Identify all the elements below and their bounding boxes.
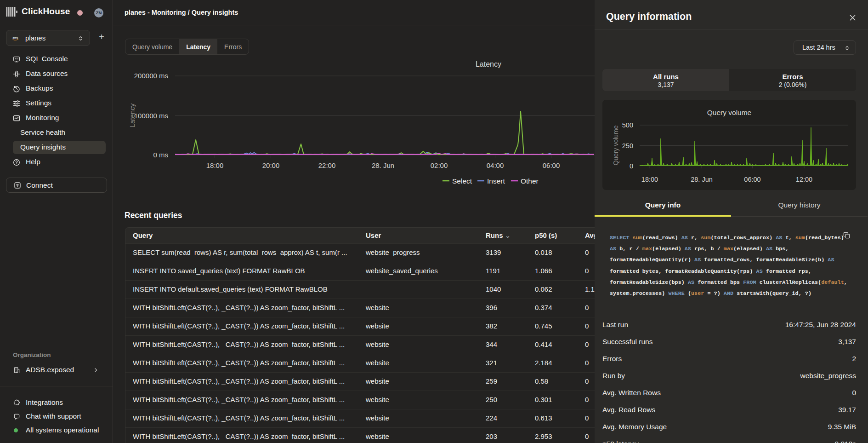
svg-text:06:00: 06:00 [744,176,760,183]
svg-text:200000 ms: 200000 ms [134,72,168,80]
svg-text:22:00: 22:00 [318,161,336,169]
svg-text:28. Jun: 28. Jun [372,161,394,169]
svg-text:18:00: 18:00 [641,176,658,183]
svg-text:aws: aws [13,36,18,39]
svg-text:Query volume: Query volume [707,109,751,116]
svg-text:Insert: Insert [487,177,505,185]
svg-text:Other: Other [521,177,539,185]
svg-text:02:00: 02:00 [431,161,448,169]
svg-text:Latency: Latency [476,60,501,68]
svg-text:100000 ms: 100000 ms [134,112,168,120]
svg-text:20:00: 20:00 [262,161,280,169]
svg-text:18:00: 18:00 [206,161,224,169]
svg-text:12:00: 12:00 [796,176,812,183]
svg-text:0 ms: 0 ms [153,151,168,159]
svg-text:500: 500 [622,121,633,129]
svg-text:250: 250 [622,142,633,150]
svg-text:28. Jun: 28. Jun [691,176,713,183]
svg-text:06:00: 06:00 [543,161,560,169]
svg-text:Query volume: Query volume [612,125,619,165]
svg-text:0: 0 [630,162,633,170]
svg-text:Select: Select [452,177,472,185]
svg-text:04:00: 04:00 [487,161,504,169]
